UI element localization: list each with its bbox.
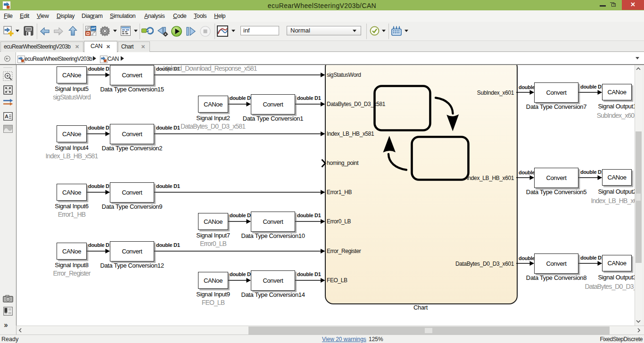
svg-text:A: A (5, 114, 8, 119)
